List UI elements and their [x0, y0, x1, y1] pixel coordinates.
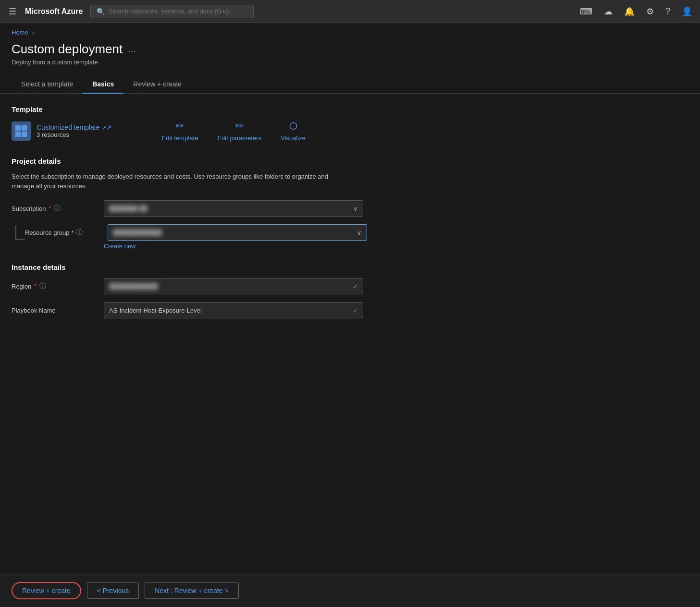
region-dropdown-wrapper: ████████████ ✓: [104, 278, 363, 294]
search-icon: 🔍: [97, 8, 105, 15]
tab-select-template[interactable]: Select a template: [12, 75, 83, 94]
review-create-button[interactable]: Review + create: [12, 582, 81, 599]
home-breadcrumb[interactable]: Home: [12, 29, 28, 36]
edit-template-button[interactable]: Edit template: [162, 120, 198, 142]
visualize-button[interactable]: Visualize: [281, 120, 306, 142]
resource-group-value: ████████████: [113, 229, 162, 236]
breadcrumb: Home ›: [0, 23, 700, 38]
page-header: Custom deployment ... Deploy from a cust…: [0, 38, 700, 75]
region-label: Region * ⓘ: [12, 282, 98, 291]
project-details-section: Project details Select the subscription …: [12, 157, 688, 250]
playbook-name-label: Playbook Name: [12, 307, 98, 314]
edit-parameters-icon: [235, 120, 244, 132]
indent-line: [15, 225, 25, 240]
region-info-icon[interactable]: ⓘ: [39, 282, 46, 291]
next-button[interactable]: Next : Review + create >: [145, 583, 238, 599]
tab-basics[interactable]: Basics: [83, 75, 123, 94]
region-field: Region * ⓘ ████████████ ✓: [12, 278, 688, 294]
page-options-button[interactable]: ...: [128, 44, 135, 54]
subscription-dropdown-arrow: ∨: [353, 205, 358, 212]
project-details-title: Project details: [12, 157, 688, 165]
instance-details-title: Instance details: [12, 263, 688, 271]
subscription-required: *: [49, 205, 51, 212]
page-title: Custom deployment: [12, 42, 123, 57]
top-navigation: ☰ Microsoft Azure 🔍 ⌨ ☁ 🔔 ⚙ ? 👤: [0, 0, 700, 23]
subscription-field: Subscription * ⓘ ███████ ██ ∨: [12, 200, 688, 217]
template-section-title: Template: [12, 105, 688, 113]
search-input[interactable]: [109, 8, 247, 15]
subscription-info-icon[interactable]: ⓘ: [54, 204, 61, 213]
edit-parameters-button[interactable]: Edit parameters: [217, 120, 261, 142]
resource-group-row: Resource group * ⓘ ████████████ ∨ Create…: [12, 224, 688, 250]
template-icon: [12, 121, 31, 141]
template-name-link[interactable]: Customized template ↗: [37, 123, 112, 131]
template-info: Customized template ↗ 3 resources: [12, 121, 112, 141]
subscription-value: ███████ ██: [109, 205, 147, 212]
hamburger-menu-icon[interactable]: ☰: [6, 3, 19, 20]
playbook-name-dropdown[interactable]: AS-Incident-Host-Exposure-Level ✓: [104, 302, 363, 318]
external-link-icon: ↗: [102, 123, 112, 131]
svg-rect-3: [22, 132, 27, 137]
search-bar[interactable]: 🔍: [90, 5, 254, 18]
svg-rect-0: [15, 125, 21, 131]
resource-group-field: Resource group * ⓘ ████████████ ∨: [12, 224, 688, 241]
tab-review-create[interactable]: Review + create: [123, 75, 191, 94]
cloud-upload-icon[interactable]: ☁: [602, 4, 614, 19]
playbook-name-check-icon: ✓: [353, 307, 358, 314]
project-details-description: Select the subscription to manage deploy…: [12, 172, 348, 191]
breadcrumb-separator: ›: [32, 29, 34, 36]
notifications-icon[interactable]: 🔔: [622, 4, 637, 19]
resource-group-info-icon[interactable]: ⓘ: [76, 228, 83, 237]
resource-group-dropdown[interactable]: ████████████ ∨: [108, 224, 367, 241]
instance-details-section: Instance details Region * ⓘ ████████████…: [12, 263, 688, 318]
svg-rect-2: [15, 132, 21, 137]
playbook-name-dropdown-wrapper: AS-Incident-Host-Exposure-Level ✓: [104, 302, 363, 318]
playbook-name-value: AS-Incident-Host-Exposure-Level: [109, 307, 202, 314]
template-section: Template Customized template ↗: [12, 105, 688, 142]
main-content: Template Customized template ↗: [0, 105, 700, 318]
template-row: Customized template ↗ 3 resources Edit t…: [12, 120, 688, 142]
edit-template-icon: [176, 120, 184, 132]
resource-group-label: Resource group * ⓘ: [25, 228, 102, 237]
page-subtitle: Deploy from a custom template: [12, 59, 688, 66]
template-actions: Edit template Edit parameters Visualize: [162, 120, 306, 142]
region-value: ████████████: [109, 283, 158, 290]
terminal-icon[interactable]: ⌨: [578, 4, 594, 19]
tab-bar: Select a template Basics Review + create: [0, 75, 700, 94]
visualize-icon: [289, 120, 297, 132]
resource-group-required: *: [72, 229, 74, 236]
region-dropdown[interactable]: ████████████ ✓: [104, 278, 363, 294]
svg-rect-1: [22, 125, 27, 131]
template-resources: 3 resources: [37, 131, 112, 138]
region-check-icon: ✓: [353, 283, 358, 290]
resource-group-dropdown-arrow: ∨: [357, 229, 362, 236]
resource-group-dropdown-wrapper: ████████████ ∨: [108, 224, 367, 241]
settings-icon[interactable]: ⚙: [644, 4, 656, 19]
nav-icons: ⌨ ☁ 🔔 ⚙ ? 👤: [578, 4, 694, 19]
subscription-dropdown[interactable]: ███████ ██ ∨: [104, 200, 363, 217]
help-icon[interactable]: ?: [663, 4, 672, 18]
user-icon[interactable]: 👤: [680, 4, 694, 19]
subscription-label: Subscription * ⓘ: [12, 204, 98, 213]
region-required: *: [34, 283, 37, 290]
bottom-navigation: Review + create < Previous Next : Review…: [0, 574, 700, 607]
create-new-link[interactable]: Create new: [104, 243, 688, 250]
playbook-name-field: Playbook Name AS-Incident-Host-Exposure-…: [12, 302, 688, 318]
subscription-dropdown-wrapper: ███████ ██ ∨: [104, 200, 363, 217]
brand-logo: Microsoft Azure: [25, 7, 83, 16]
previous-button[interactable]: < Previous: [87, 583, 139, 599]
